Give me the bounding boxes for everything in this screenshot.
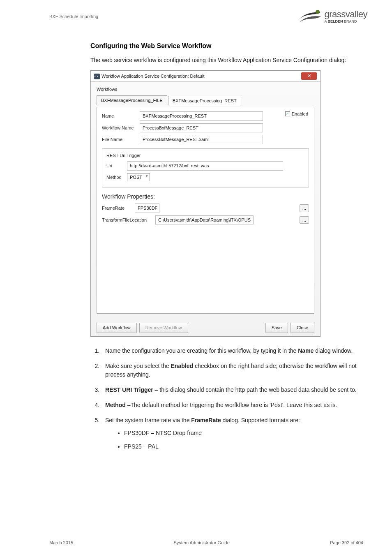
framerate-label: FrameRate	[102, 205, 131, 212]
workflow-tabs: BXFMessageProcessing_FILE BXFMessageProc…	[97, 95, 314, 106]
page-footer: March 2015 System Administrator Guide Pa…	[0, 540, 392, 545]
content-area: Configuring the Web Service Workflow The…	[0, 29, 392, 451]
rest-uri-trigger-group: REST Uri Trigger Urihttp://dv-rd-asmithl…	[102, 148, 309, 188]
name-label: Name	[102, 113, 140, 120]
save-button[interactable]: Save	[265, 323, 288, 333]
file-name-label: File Name	[102, 136, 140, 143]
instruction-list: Name the configuration you are creating …	[101, 347, 359, 451]
method-select[interactable]: POST	[127, 173, 150, 182]
framerate-browse-button[interactable]: ...	[300, 204, 309, 212]
footer-page: Page 392 of 404	[330, 540, 363, 545]
dialog-titlebar: Workflow Application Service Configurati…	[91, 71, 320, 82]
close-button[interactable]: Close	[291, 323, 314, 333]
transform-label: TransformFileLocation	[102, 217, 151, 224]
app-icon	[94, 74, 100, 79]
dialog-title: Workflow Application Service Configurati…	[101, 74, 204, 79]
svg-point-0	[316, 10, 320, 14]
enabled-label: Enabled	[292, 111, 308, 118]
uri-label: Uri	[106, 162, 127, 169]
sub-fps30df: FPS30DF – NTSC Drop frame	[124, 429, 359, 437]
tab-file[interactable]: BXFMessageProcessing_FILE	[97, 95, 167, 106]
footer-title: System Administrator Guide	[174, 540, 230, 545]
page-heading: Configuring the Web Service Workflow	[90, 41, 359, 51]
workflow-name-field[interactable]: ProcessBxfMessage_REST	[140, 123, 263, 133]
workflows-label: Workflows	[97, 86, 314, 93]
method-label: Method	[106, 174, 127, 181]
step-1: Name the configuration you are creating …	[101, 347, 359, 355]
step-2: Make sure you select the Enabled checkbo…	[101, 362, 359, 379]
remove-workflow-button[interactable]: Remove Workflow	[139, 323, 188, 333]
intro-text: The web service workflow is configured u…	[90, 56, 359, 65]
step-5: Set the system frame rate via the FrameR…	[101, 416, 359, 451]
step-4: Method –The default method for triggerin…	[101, 401, 359, 409]
page-header: BXF Schedule Importing grassvalley A BEL…	[0, 0, 392, 29]
add-workflow-button[interactable]: Add Workflow	[97, 323, 137, 333]
workflow-name-label: Workflow Name	[102, 125, 140, 132]
step-3: REST URI Trigger – this dialog should co…	[101, 386, 359, 394]
name-field[interactable]: BXFMessageProcessing_REST	[140, 111, 263, 121]
grassvalley-logo-icon	[297, 8, 322, 25]
close-icon[interactable]: ✕	[301, 72, 317, 80]
framerate-field[interactable]: FPS30DF	[135, 204, 159, 213]
workflow-properties-title: Workflow Properties:	[102, 192, 309, 201]
logo-main-text: grassvalley	[324, 10, 367, 19]
tab-rest[interactable]: BXFMessageProcessing_REST	[168, 96, 241, 106]
footer-date: March 2015	[49, 540, 73, 545]
uri-field[interactable]: http://dv-rd-asmithl:57212/bxf_rest_was	[127, 161, 283, 171]
logo-block: grassvalley A BELDEN BRAND	[297, 8, 367, 25]
rest-group-title: REST Uri Trigger	[106, 152, 304, 159]
file-name-field[interactable]: ProcessBxfMessage_REST.xaml	[140, 135, 263, 144]
enabled-checkbox[interactable]: ✓	[285, 111, 290, 116]
sub-fps25: FPS25 – PAL	[124, 442, 359, 451]
section-title: BXF Schedule Importing	[49, 14, 98, 19]
transform-browse-button[interactable]: ...	[300, 216, 309, 224]
transform-field[interactable]: C:\Users\asmith\AppData\Roaming\iTX\OPUS	[155, 215, 254, 225]
logo-sub-text: A BELDEN BRAND	[324, 20, 367, 23]
config-dialog-screenshot: Workflow Application Service Configurati…	[90, 70, 321, 337]
